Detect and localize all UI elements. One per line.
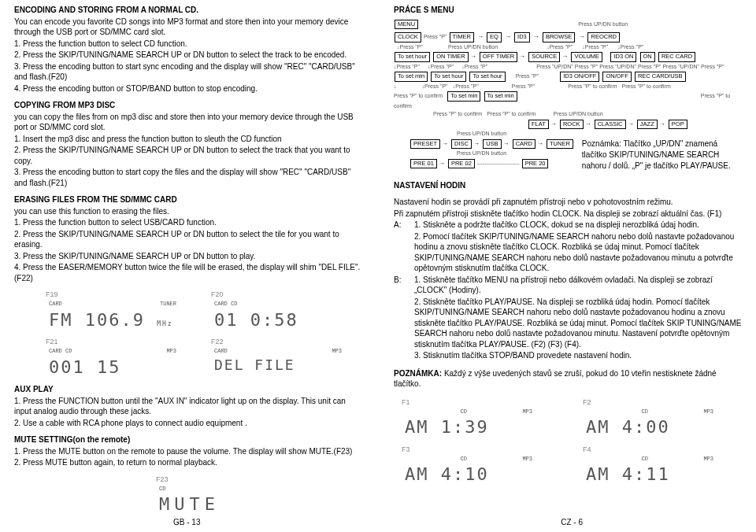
dlbl: Press "P" to confirm	[433, 111, 482, 116]
dbox-tosetmin: To set min	[395, 72, 428, 82]
dlbl: Press "P" to confirm	[568, 83, 617, 89]
dlbl: Press "UP/DN" Press "P"	[662, 64, 724, 69]
dlbl: Press "P"	[424, 34, 447, 39]
lcd-label: F19	[46, 290, 180, 299]
dbox-pre01: PRE 01	[410, 159, 437, 169]
lcd-main: AM 4:11	[583, 463, 717, 486]
lcd-label: F23	[156, 475, 290, 484]
dbox-pre02: PRE 02	[448, 159, 475, 169]
dbox-id3: ID3	[514, 32, 530, 42]
dbox-ontimer: ON TIMER	[433, 52, 469, 62]
dbox-flat: FLAT	[528, 120, 549, 130]
para: You can encode you favorite CD songs int…	[14, 17, 362, 38]
dbox-volume: VOLUME	[571, 52, 602, 62]
section-aux: AUX PLAY 1. Press the FUNCTION button un…	[14, 384, 362, 428]
dbox-tosethour: To set hour	[469, 72, 505, 82]
dbox-timer: TIMER	[450, 32, 474, 42]
lcd-top-left: CD	[641, 456, 647, 463]
lcd-top-right: MP3	[522, 408, 532, 416]
lcd-label: F3	[402, 445, 536, 454]
dlbl: Press UP/DN button	[554, 111, 603, 116]
left-column: ENCODING AND STORING FROM A NORMAL CD. Y…	[8, 5, 378, 532]
label-a: A:	[394, 220, 410, 275]
heading-mute: MUTE SETTING(on the remote)	[14, 434, 362, 445]
lcd-freq: 106.9	[85, 310, 145, 330]
note-text: Každý z výše uvedených stavů se zruší, p…	[394, 369, 717, 389]
para: 1. Press the function button to select U…	[14, 217, 362, 228]
dbox-reccard: REC CARD	[658, 52, 695, 62]
lcd-f3: F3 CDMP3 AM 4:10	[402, 445, 536, 489]
dbox-clock: CLOCK	[395, 32, 421, 42]
para: 3. Stisknutím tlačítka STOP/BAND provede…	[414, 350, 742, 361]
dbox-browse: BROWSE	[543, 32, 575, 42]
lcd-fm: FM	[49, 310, 73, 330]
dbox-onoff: ON/OFF	[602, 72, 631, 82]
lcd-f22: F22 CARDMP3 DEL FILE	[211, 337, 345, 381]
dlbl: Press "P"	[431, 64, 454, 69]
section-copying: COPYING FROM MP3 DISC you can copy the f…	[14, 100, 362, 188]
dbox-reccardusb: REC CARD/USB	[635, 72, 686, 82]
lcd-label: F4	[583, 445, 717, 454]
lcd-label: F21	[46, 337, 180, 346]
dbox-rock: ROCK	[560, 120, 584, 130]
lcd-f21: F21 CARD CDMP3 001 15	[46, 337, 180, 381]
lcd-top-right: TUNER	[160, 301, 176, 308]
lcd-top-left: CD	[460, 456, 466, 463]
para: 2. Press the SKIP/TUNING/NAME SEARCH UP …	[14, 145, 362, 166]
dlbl: Press UP/DN button	[448, 44, 498, 50]
para: 4. Press the encoding button or STOP/BAN…	[14, 83, 362, 94]
section-erasing: ERASING FILES FROM THE SD/MMC CARD you c…	[14, 194, 362, 283]
lcd-top-left: CARD	[49, 301, 62, 308]
lcd-main: DEL FILE	[211, 356, 345, 375]
lcd-top-right: MP3	[332, 348, 342, 355]
heading-clock: NASTAVENÍ HODIN	[394, 180, 742, 191]
lcd-main: 01 0:58	[211, 308, 345, 332]
dlbl: Press "P"	[424, 83, 447, 89]
dlbl: Press "P" to confirm	[622, 83, 671, 89]
footer-left: GB - 13	[173, 517, 200, 528]
para: 1. Insert the mp3 disc and press the fun…	[14, 134, 362, 145]
para: 3. Press the encoding button to start sy…	[14, 61, 362, 83]
lcd-top-left: CARD CD	[214, 301, 237, 308]
dbox-id3on: ID3 ON	[610, 52, 636, 62]
para: 2. Press MUTE button again, to return to…	[14, 457, 362, 468]
lcd-row-f1f2: F1 CDMP3 AM 1:39 F2 CDMP3 AM 4:00	[402, 397, 742, 441]
lcd-main: AM 4:00	[583, 416, 717, 439]
dbox-classic: CLASSIC	[595, 120, 626, 130]
dbox-menu: MENU	[395, 20, 418, 30]
lcd-f23: F23 CD MUTE	[156, 475, 290, 519]
lcd-top-left: CARD	[214, 348, 228, 355]
lcd-f19: F19 CARDTUNER FM 106.9 MHz	[46, 290, 180, 334]
dbox-card: CARD	[513, 139, 536, 150]
lcd-top-left: CD	[460, 408, 466, 416]
footer-right: CZ - 6	[561, 517, 583, 528]
dbox-tosethour: To set hour	[431, 72, 466, 82]
lcd-main: AM 4:10	[402, 463, 536, 486]
dlbl: Press UP/DN button	[457, 150, 506, 156]
lcd-row-1: F19 CARDTUNER FM 106.9 MHz F20 CARD CD 0…	[46, 290, 362, 334]
heading-erasing: ERASING FILES FROM THE SD/MMC CARD	[14, 194, 362, 205]
dlbl: Press "P"	[516, 73, 539, 79]
dbox-pop: POP	[669, 120, 687, 130]
note-clock: POZNÁMKA: Každý z výše uvedených stavů s…	[394, 368, 742, 390]
para: Při zapnutém přístroji stiskněte tlačítk…	[394, 209, 742, 220]
para: you can copy the files from on mp3 disc …	[14, 112, 362, 133]
dlbl: Press "P"	[621, 44, 643, 50]
dbox-disc: DISC	[451, 139, 472, 150]
para: 1. Press the FUNCTION button until the "…	[14, 396, 362, 417]
lcd-main: MUTE	[156, 493, 290, 516]
dlbl: Press "P"	[455, 83, 478, 89]
dlbl: Press "P"	[585, 44, 608, 50]
lcd-top-right: MP3	[703, 408, 713, 416]
dlbl: Press "UP/DN" Press "P"	[599, 64, 661, 69]
section-encoding: ENCODING AND STORING FROM A NORMAL CD. Y…	[14, 5, 362, 94]
para: 1. Press the function button to select C…	[14, 39, 362, 50]
dbox-on: ON	[640, 52, 655, 62]
para: 1. Stiskněte a podržte tlačítko CLOCK, d…	[414, 220, 742, 231]
lcd-label: F1	[402, 397, 536, 407]
dbox-reocrd: REOCRD	[587, 32, 620, 42]
para: 3. Press the SKIP/TUNING/NAME SEARCH UP …	[14, 251, 362, 262]
lcd-f4: F4 CDMP3 AM 4:11	[583, 445, 717, 489]
lcd-row-3: F23 CD MUTE	[156, 475, 362, 519]
dbox-source: SOURCE	[528, 52, 560, 62]
